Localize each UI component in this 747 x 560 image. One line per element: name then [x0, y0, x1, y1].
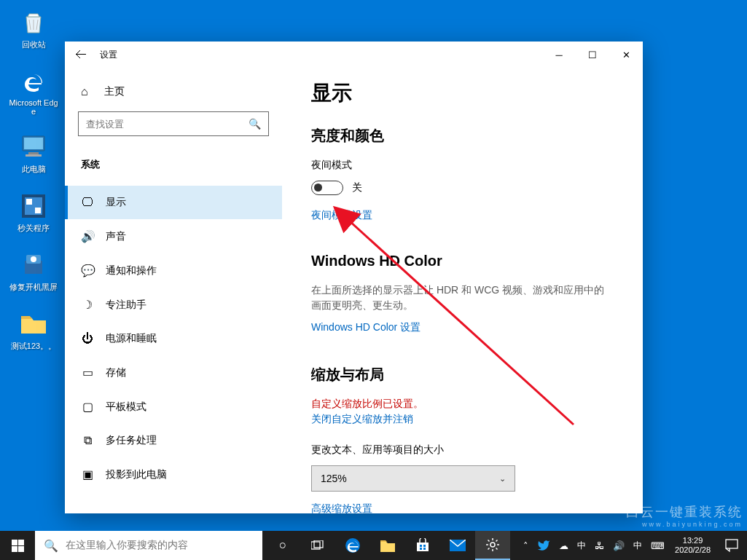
maximize-button[interactable]: ☐	[576, 42, 609, 68]
nav-sound[interactable]: 🔊 声音	[65, 219, 282, 253]
section-hdcolor: Windows HD Color	[311, 253, 614, 269]
task-view-button[interactable]	[300, 531, 335, 560]
svg-rect-26	[726, 540, 738, 548]
svg-rect-2	[24, 138, 43, 149]
tray-volume-icon[interactable]: 🔊	[609, 531, 629, 560]
desktop-label: 测试123。。	[11, 341, 56, 352]
content-pane: 显示 亮度和颜色 夜间模式 关 夜间模式设置 Windows HD Color …	[282, 68, 643, 513]
night-label: 夜间模式	[311, 159, 614, 172]
tray-chevron[interactable]: ˄	[519, 531, 533, 560]
titlebar: 🡠 设置 ─ ☐ ✕	[65, 42, 643, 68]
repair-icon	[18, 250, 49, 280]
taskbar-settings[interactable]	[475, 531, 510, 560]
tray-notifications[interactable]	[716, 531, 747, 560]
tray-ime2[interactable]: 中	[629, 531, 646, 560]
desktop-label: Microsoft Edge	[7, 98, 60, 116]
power-icon: ⏻	[81, 332, 94, 345]
night-state: 关	[352, 181, 362, 194]
windows-icon	[12, 540, 24, 552]
desktop-icon-folder[interactable]: 测试123。。	[6, 307, 61, 353]
tray-ime1[interactable]: 中	[573, 531, 590, 560]
watermark: 白云一键重装系统 www.baiyunking.com	[626, 503, 743, 528]
nav-label: 通知和操作	[106, 264, 157, 277]
tray-network-icon[interactable]: 🖧	[590, 531, 609, 560]
desktop-icon-repair[interactable]: 修复开机黑屏	[6, 248, 61, 294]
nav-multitask[interactable]: ⧉ 多任务处理	[65, 424, 282, 457]
svg-rect-20	[420, 545, 422, 547]
svg-rect-3	[28, 152, 39, 154]
tray-datetime[interactable]: 13:29 2020/2/28	[669, 531, 716, 560]
night-toggle[interactable]	[311, 181, 343, 195]
desktop-icon-recycle-bin[interactable]: 回收站	[6, 6, 61, 52]
close-button[interactable]: ✕	[609, 42, 643, 68]
scale-close-link[interactable]: 关闭自定义缩放并注销	[311, 413, 413, 426]
nav-project[interactable]: ▣ 投影到此电脑	[65, 457, 282, 492]
chevron-down-icon: ⌄	[499, 474, 506, 484]
svg-point-11	[31, 256, 36, 262]
back-button[interactable]: 🡠	[65, 42, 97, 68]
cortana-button[interactable]: ○	[265, 531, 300, 560]
nav-label: 专注助手	[106, 299, 146, 312]
taskbar: 🔍 在这里输入你要搜索的内容 ○ ˄ ☁ 中 🖧 🔊 中 ⌨	[0, 531, 747, 560]
svg-rect-21	[423, 545, 426, 547]
svg-rect-8	[35, 208, 41, 213]
nav-notifications[interactable]: 💬 通知和操作	[65, 253, 282, 288]
start-button[interactable]	[0, 531, 35, 560]
minimize-button[interactable]: ─	[542, 42, 576, 68]
svg-rect-16	[18, 546, 24, 552]
nav-label: 电源和睡眠	[106, 332, 157, 345]
svg-rect-15	[12, 546, 17, 552]
desktop-icon-this-pc[interactable]: 此电脑	[6, 130, 61, 176]
taskbar-explorer[interactable]	[370, 531, 405, 560]
desktop-label: 秒关程序	[17, 223, 50, 234]
hd-settings-link[interactable]: Windows HD Color 设置	[311, 321, 421, 334]
desktop-icon-sec-close[interactable]: 秒关程序	[6, 189, 61, 235]
section-scale: 缩放与布局	[311, 365, 614, 384]
project-icon: ▣	[81, 468, 94, 481]
home-icon: ⌂	[81, 85, 94, 98]
taskbar-edge[interactable]	[335, 531, 370, 560]
taskbar-mail[interactable]	[440, 531, 475, 560]
tray-ime-mode[interactable]: ⌨	[646, 531, 669, 560]
nav-tablet[interactable]: ▢ 平板模式	[65, 390, 282, 424]
scale-change-label: 更改文本、应用等项目的大小	[311, 443, 614, 457]
app-icon	[18, 191, 49, 221]
nav-focus[interactable]: ☽ 专注助手	[65, 288, 282, 322]
svg-rect-23	[423, 548, 426, 550]
tray-twitter-icon[interactable]	[533, 531, 555, 560]
page-title: 显示	[311, 79, 614, 107]
hd-desc: 在上面所选择的显示器上让 HDR 和 WCG 视频、游戏和应用中的画面更明亮、更…	[311, 283, 614, 313]
nav-power[interactable]: ⏻ 电源和睡眠	[65, 322, 282, 355]
window-title: 设置	[100, 49, 117, 61]
tablet-icon: ▢	[81, 400, 94, 414]
folder-icon	[18, 309, 49, 339]
svg-rect-7	[26, 199, 32, 205]
night-settings-link[interactable]: 夜间模式设置	[311, 209, 372, 222]
sidebar-search[interactable]: 🔍	[78, 111, 269, 136]
taskbar-search[interactable]: 🔍 在这里输入你要搜索的内容	[35, 531, 262, 560]
multitask-icon: ⧉	[81, 434, 94, 447]
desktop-icon-edge[interactable]: Microsoft Edge	[6, 65, 61, 117]
nav-label: 声音	[106, 230, 126, 243]
nav-label: 投影到此电脑	[106, 468, 167, 481]
tray-onedrive-icon[interactable]: ☁	[555, 531, 573, 560]
scale-value: 125%	[321, 473, 347, 484]
scale-dropdown[interactable]: 125% ⌄	[311, 465, 515, 492]
notify-icon: 💬	[81, 264, 94, 277]
display-icon: 🖵	[81, 196, 94, 209]
nav-label: 存储	[106, 366, 126, 379]
search-icon: 🔍	[44, 539, 58, 553]
nav-display[interactable]: 🖵 显示	[65, 186, 282, 219]
search-input[interactable]	[86, 119, 249, 130]
nav-storage[interactable]: ▭ 存储	[65, 355, 282, 390]
home-button[interactable]: ⌂ 主页	[65, 78, 282, 106]
focus-icon: ☽	[81, 298, 94, 312]
desktop-label: 修复开机黑屏	[9, 282, 58, 293]
recycle-bin-icon	[18, 7, 49, 38]
advanced-scale-link[interactable]: 高级缩放设置	[311, 502, 372, 513]
edge-icon	[18, 66, 49, 97]
svg-rect-13	[12, 540, 17, 545]
svg-point-25	[490, 543, 495, 547]
taskbar-store[interactable]	[405, 531, 440, 560]
settings-window: 🡠 设置 ─ ☐ ✕ ⌂ 主页 🔍 系统 🖵 显示	[65, 42, 643, 513]
